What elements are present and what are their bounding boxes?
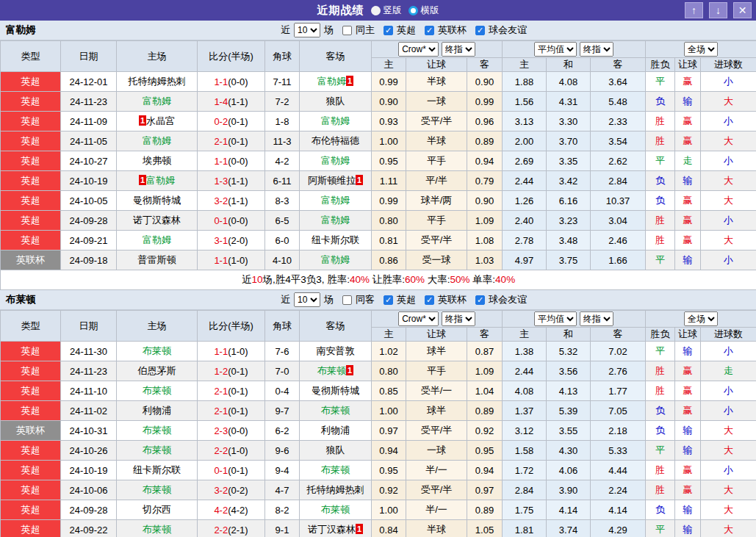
final-odds-select[interactable]: 终指 <box>442 42 475 57</box>
fulltime-score: 4-2 <box>214 505 228 516</box>
final-odds-select[interactable]: 终指 <box>442 311 475 326</box>
summary-text: 60% <box>405 274 425 285</box>
avg-draw: 3.23 <box>547 211 591 231</box>
move-up-button[interactable]: ↑ <box>685 2 703 18</box>
average-select[interactable]: 平均值 <box>534 42 577 57</box>
window-buttons: ↑ ↓ ✕ <box>685 2 752 18</box>
odds-handicap: 平/半 <box>406 171 467 191</box>
score: 3-1(2-0) <box>198 231 265 251</box>
result-outcome: 负 <box>646 191 675 211</box>
score: 1-1(1-0) <box>198 251 265 270</box>
match-date: 24-10-19 <box>61 171 117 191</box>
league-checkbox-friendly[interactable] <box>475 295 485 305</box>
col-header-handicap-result: 让球 <box>675 328 701 342</box>
result-handicap: 赢 <box>675 191 701 211</box>
league-checkbox-efl-cup[interactable] <box>425 26 434 35</box>
avg-home: 2.44 <box>503 361 547 381</box>
result-handicap: 赢 <box>675 112 701 131</box>
match-row: 英超24-10-06布莱顿3-2(0-2)4-7托特纳姆热刺0.92受平/半0.… <box>1 480 756 500</box>
team-label: 托特纳姆热刺 <box>307 484 364 495</box>
match-type-badge: 英联杯 <box>1 421 61 441</box>
odds-source-select[interactable]: Crow* <box>398 42 439 57</box>
corner-count: 9-7 <box>265 401 300 421</box>
home-team: 托特纳姆热刺 <box>117 72 198 92</box>
league-checkbox-epl[interactable] <box>384 26 393 35</box>
match-type-badge: 英超 <box>1 461 61 480</box>
home-team: 布莱顿 <box>117 381 198 401</box>
corner-count: 7-11 <box>265 72 300 92</box>
close-button[interactable]: ✕ <box>733 2 752 18</box>
games-count-select[interactable]: 10 <box>294 292 320 307</box>
result-handicap: 赢 <box>675 72 701 92</box>
avg-home: 1.38 <box>503 342 547 361</box>
result-handicap-label: 输 <box>683 524 693 535</box>
result-handicap-label: 输 <box>683 345 693 356</box>
odds-home: 0.94 <box>372 441 406 461</box>
result-outcome-label: 胜 <box>655 484 665 495</box>
away-team: 狼队 <box>300 92 372 112</box>
same-away-checkbox[interactable] <box>342 295 352 305</box>
odds-home: 0.92 <box>372 480 406 500</box>
home-team: 埃弗顿 <box>117 151 198 171</box>
avg-draw: 3.75 <box>547 251 591 270</box>
scope-select[interactable]: 全场 <box>684 42 718 57</box>
team-label: 布莱顿 <box>321 405 350 416</box>
score: 2-3(0-0) <box>198 421 265 441</box>
odds-source-select[interactable]: Crow* <box>398 311 439 326</box>
league-checkbox-friendly[interactable] <box>475 26 485 35</box>
match-row: 英超24-12-01托特纳姆热刺1-1(0-0)7-11富勒姆10.99半球0.… <box>1 72 756 92</box>
result-goals: 大 <box>701 441 756 461</box>
corner-count: 7-2 <box>265 92 300 112</box>
layout-radio-vertical[interactable]: 竖版 <box>371 4 402 17</box>
matches-table-brighton: 类型 日期 主场 比分(半场) 角球 客场 Crow* 终指 平均值 终指 全场 <box>0 310 756 537</box>
corner-count: 6-0 <box>265 231 300 251</box>
final-odds-select-2[interactable]: 终指 <box>580 311 613 326</box>
result-outcome-label: 负 <box>655 195 665 206</box>
result-outcome-label: 平 <box>655 155 665 166</box>
final-odds-select-2[interactable]: 终指 <box>580 42 613 57</box>
result-goals-label: 小 <box>724 345 733 356</box>
result-goals-label: 大 <box>724 425 733 436</box>
league-checkbox-epl[interactable] <box>384 295 393 305</box>
odds-handicap: 球半/两 <box>406 191 467 211</box>
result-goals-label: 小 <box>724 464 733 475</box>
fulltime-score: 1-1 <box>214 76 228 87</box>
layout-radio-horizontal[interactable]: 横版 <box>408 4 439 17</box>
scope-select[interactable]: 全场 <box>684 311 718 326</box>
odds-handicap: 平手 <box>406 361 467 381</box>
match-date: 24-11-23 <box>61 361 117 381</box>
result-handicap-label: 赢 <box>683 215 693 226</box>
home-team: 布莱顿 <box>117 421 198 441</box>
avg-away: 2.24 <box>591 480 646 500</box>
near-label: 近 <box>281 293 290 306</box>
result-goals: 大 <box>701 520 756 537</box>
col-header-avg-away: 客 <box>591 58 646 72</box>
col-header-home: 主场 <box>117 311 198 342</box>
result-outcome-label: 负 <box>655 425 665 436</box>
odds-home: 0.97 <box>372 421 406 441</box>
result-goals-label: 大 <box>724 234 733 245</box>
average-select[interactable]: 平均值 <box>534 311 577 326</box>
avg-away: 2.84 <box>591 171 646 191</box>
avg-draw: 4.06 <box>547 461 591 480</box>
halftime-score: (0-1) <box>228 116 248 127</box>
corner-count: 4-2 <box>265 151 300 171</box>
result-outcome: 平 <box>646 151 675 171</box>
odds-select-group: Crow* 终指 <box>372 311 503 328</box>
odds-handicap: 半/一 <box>406 500 467 520</box>
league-checkbox-efl-cup[interactable] <box>425 295 434 305</box>
same-home-checkbox[interactable] <box>342 26 352 35</box>
avg-home: 2.44 <box>503 171 547 191</box>
halftime-score: (0-1) <box>228 465 248 476</box>
col-header-goals-result: 进球数 <box>701 328 756 342</box>
away-team: 富勒姆 <box>300 251 372 270</box>
games-count-select[interactable]: 10 <box>294 23 320 37</box>
move-down-button[interactable]: ↓ <box>709 2 727 18</box>
home-team: 布莱顿 <box>117 342 198 361</box>
odds-away: 0.94 <box>467 461 503 480</box>
avg-home: 2.84 <box>503 480 547 500</box>
avg-draw: 3.74 <box>547 520 591 537</box>
corner-count: 6-5 <box>265 211 300 231</box>
team-label: 布莱顿 <box>143 484 171 495</box>
odds-handicap: 半/一 <box>406 461 467 480</box>
